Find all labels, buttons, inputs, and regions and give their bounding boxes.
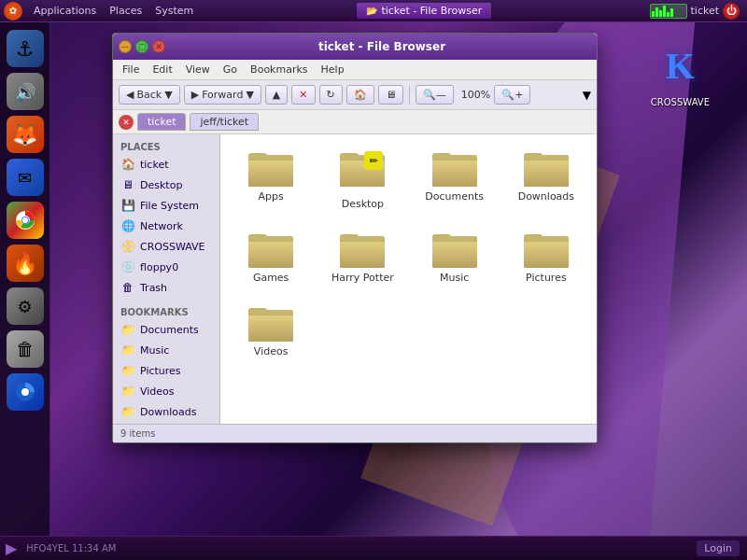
maximize-button[interactable]: □ — [135, 40, 148, 53]
sidebar-label-downloads: Downloads — [140, 406, 196, 418]
games-folder-icon — [248, 231, 293, 268]
sidebar-item-ticket[interactable]: 🏠 ticket — [113, 154, 219, 175]
login-button[interactable]: Login — [697, 540, 740, 556]
zoom-in-button[interactable]: 🔍+ — [494, 85, 530, 105]
sidebar-item-filesystem[interactable]: 💾 File System — [113, 195, 219, 216]
crosswave-desktop-icon[interactable]: K CROSSWAVE — [651, 37, 710, 107]
dock-trash-icon[interactable]: 🗑 — [7, 330, 44, 368]
computer-button[interactable]: 🖥 — [378, 85, 403, 105]
menu-system[interactable]: System — [149, 3, 199, 19]
sidebar-item-videos[interactable]: 📁 Videos — [113, 381, 219, 401]
titlebar-buttons: — □ ✕ — [119, 40, 165, 53]
harry-potter-label: Harry Potter — [331, 272, 394, 284]
stop-button[interactable]: ✕ — [291, 85, 315, 105]
menu-file[interactable]: File — [117, 62, 145, 77]
file-item-apps[interactable]: Apps — [230, 144, 312, 216]
location-tab-jeff[interactable]: jeff/ticket — [190, 113, 259, 131]
location-close-button[interactable]: ✕ — [119, 115, 134, 130]
back-dropdown-icon[interactable]: ▼ — [164, 89, 172, 101]
forward-arrow-icon: ▶ — [191, 89, 199, 101]
dock-thunderbird-icon[interactable]: ✉ — [7, 159, 44, 196]
music-folder-label: Music — [440, 272, 469, 284]
menu-view[interactable]: View — [180, 62, 216, 77]
back-label: Back — [136, 89, 162, 101]
dock-system-icon[interactable]: ⚙ — [7, 287, 44, 325]
sidebar-label-network: Network — [140, 220, 183, 232]
file-item-pictures[interactable]: Pictures — [505, 225, 587, 289]
taskbar-graph — [650, 4, 687, 19]
zoom-out-button[interactable]: 🔍— — [416, 85, 454, 105]
ticket-icon: 🏠 — [120, 157, 135, 172]
top-taskbar-left: ✿ Applications Places System — [0, 2, 199, 21]
desktop-icon: 🖥 — [120, 177, 135, 192]
music-folder-icon — [432, 231, 477, 268]
sidebar-label-music: Music — [140, 344, 169, 357]
home-button[interactable]: 🏠 — [346, 85, 374, 105]
file-item-downloads[interactable]: Downloads — [505, 144, 587, 216]
menu-bookmarks[interactable]: Bookmarks — [245, 62, 313, 77]
sidebar-item-floppy[interactable]: 💿 floppy0 — [113, 257, 219, 277]
sidebar-item-desktop[interactable]: 🖥 Desktop — [113, 175, 219, 195]
file-browser-window: — □ ✕ ticket - File Browser File Edit Vi… — [112, 33, 598, 443]
sidebar-item-trash[interactable]: 🗑 Trash — [113, 277, 219, 298]
menu-edit[interactable]: Edit — [147, 62, 177, 77]
dock-firefox2-icon[interactable]: 🔥 — [7, 245, 44, 282]
ubuntu-logo[interactable]: ✿ — [4, 2, 22, 21]
file-item-documents[interactable]: Documents — [414, 144, 496, 216]
location-tab-ticket[interactable]: ticket — [137, 113, 186, 131]
close-button[interactable]: ✕ — [152, 40, 165, 53]
pictures-icon: 📁 — [120, 363, 135, 378]
sidebar-item-pictures[interactable]: 📁 Pictures — [113, 360, 219, 381]
desktop: ✿ Applications Places System 📂 ticket - … — [0, 0, 747, 560]
svg-point-4 — [21, 388, 29, 396]
active-window-title[interactable]: 📂 ticket - File Browser — [357, 3, 491, 19]
taskbar-ticket-label: ticket — [691, 5, 719, 17]
top-taskbar-center: 📂 ticket - File Browser — [199, 3, 649, 19]
dock-chrome-icon[interactable] — [7, 202, 44, 239]
sidebar-section-bookmarks: Bookmarks — [113, 303, 219, 319]
forward-button[interactable]: ▶ Forward ▼ — [184, 85, 261, 105]
file-item-harry-potter[interactable]: Harry Potter — [321, 225, 403, 289]
pictures-folder-icon — [524, 231, 569, 268]
file-item-games[interactable]: Games — [230, 225, 312, 289]
dock-speaker-icon[interactable]: 🔊 — [7, 73, 44, 110]
sidebar-item-downloads[interactable]: 📁 Downloads — [113, 401, 219, 422]
desktop-folder-label: Desktop — [342, 198, 384, 210]
dock-firefox-icon[interactable]: 🦊 — [7, 116, 44, 153]
top-taskbar: ✿ Applications Places System 📂 ticket - … — [0, 0, 747, 22]
view-options-icon[interactable]: ▼ — [583, 89, 591, 102]
file-grid: Apps ✏ Desktop — [220, 134, 597, 424]
window-title: ticket - File Browser — [173, 40, 591, 53]
pictures-folder-label: Pictures — [526, 272, 567, 284]
svg-point-2 — [22, 217, 28, 223]
floppy-icon: 💿 — [120, 259, 135, 274]
sidebar: Places 🏠 ticket 🖥 Desktop 💾 File System … — [113, 134, 220, 424]
videos-icon: 📁 — [120, 384, 135, 399]
sidebar-item-crosswave[interactable]: 📀 CROSSWAVE — [113, 236, 219, 257]
forward-dropdown-icon[interactable]: ▼ — [246, 89, 253, 101]
left-dock: ⚓ 🔊 🦊 ✉ 🔥 ⚙ 🗑 — [0, 22, 50, 538]
up-button[interactable]: ▲ — [265, 85, 288, 105]
dock-chrome2-icon[interactable] — [7, 373, 44, 411]
bottom-menu-button[interactable]: ▶ — [6, 539, 17, 557]
sidebar-item-network[interactable]: 🌐 Network — [113, 216, 219, 236]
menu-help[interactable]: Help — [316, 62, 350, 77]
sidebar-item-music[interactable]: 📁 Music — [113, 340, 219, 360]
menu-places[interactable]: Places — [104, 3, 148, 19]
file-item-videos[interactable]: Videos — [230, 299, 312, 363]
back-button[interactable]: ◀ Back ▼ — [119, 85, 180, 105]
menu-go[interactable]: Go — [218, 62, 243, 77]
menu-applications[interactable]: Applications — [28, 3, 102, 19]
toolbar: ◀ Back ▼ ▶ Forward ▼ ▲ ✕ ↻ 🏠 🖥 🔍— 100% 🔍… — [113, 80, 597, 110]
toolbar-separator — [409, 86, 410, 105]
sidebar-label-crosswave: CROSSWAVE — [140, 241, 205, 253]
sidebar-item-documents[interactable]: 📁 Documents — [113, 319, 219, 340]
file-item-music[interactable]: Music — [414, 225, 496, 289]
music-icon: 📁 — [120, 343, 135, 357]
dock-anchor-icon[interactable]: ⚓ — [7, 30, 44, 67]
file-item-desktop[interactable]: ✏ Desktop — [321, 144, 403, 216]
refresh-button[interactable]: ↻ — [319, 85, 343, 105]
crosswave-sidebar-icon: 📀 — [120, 239, 135, 254]
minimize-button[interactable]: — — [119, 40, 132, 53]
shutdown-button[interactable]: ⏻ — [723, 3, 740, 20]
